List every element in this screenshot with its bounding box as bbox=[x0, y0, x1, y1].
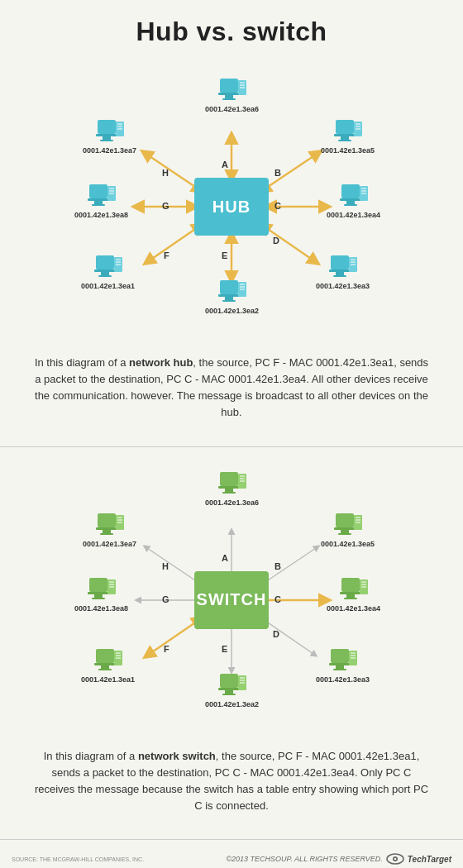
svg-rect-55 bbox=[116, 259, 121, 260]
port-label-hub-h: H bbox=[162, 168, 169, 178]
device-sw-f: 0001.42e1.3ea1 bbox=[81, 649, 135, 684]
svg-rect-66 bbox=[98, 120, 116, 134]
svg-rect-47 bbox=[240, 284, 245, 285]
svg-line-5 bbox=[263, 226, 316, 262]
svg-rect-35 bbox=[329, 269, 351, 272]
svg-rect-119 bbox=[225, 690, 233, 694]
svg-rect-140 bbox=[109, 586, 114, 588]
svg-rect-148 bbox=[117, 522, 122, 523]
svg-rect-56 bbox=[116, 261, 121, 263]
svg-rect-63 bbox=[109, 188, 114, 189]
svg-rect-20 bbox=[341, 136, 349, 140]
port-label-sw-h: H bbox=[162, 561, 169, 571]
device-hub-d: 0001.42e1.3ea3 bbox=[316, 255, 370, 290]
device-sw-g: 0001.42e1.3ea8 bbox=[74, 578, 128, 613]
port-label-hub-a: A bbox=[222, 160, 228, 169]
port-label-sw-a: A bbox=[222, 553, 228, 563]
footer-source: SOURCE: THE MCGRAW-HILL COMPANIES, INC. bbox=[12, 856, 144, 862]
svg-rect-144 bbox=[100, 533, 113, 535]
svg-rect-64 bbox=[109, 190, 114, 192]
device-hub-a: 0001.42e1.3ea6 bbox=[205, 79, 259, 113]
svg-rect-61 bbox=[92, 204, 105, 206]
svg-rect-88 bbox=[222, 492, 236, 494]
device-hub-e: 0001.42e1.3ea2 bbox=[205, 280, 259, 315]
svg-rect-139 bbox=[109, 584, 114, 585]
svg-rect-10 bbox=[220, 79, 238, 93]
svg-line-80 bbox=[263, 546, 318, 584]
device-sw-a: 0001.42e1.3ea6 bbox=[205, 472, 259, 507]
svg-rect-29 bbox=[344, 204, 357, 206]
svg-rect-94 bbox=[334, 527, 356, 530]
switch-section: SWITCH A B C D E F G H 0001.42e1.3ea6 00… bbox=[0, 455, 463, 832]
svg-rect-132 bbox=[116, 657, 121, 659]
svg-rect-41 bbox=[351, 264, 356, 265]
device-sw-c: 0001.42e1.3ea4 bbox=[327, 578, 380, 613]
switch-description: In this diagram of a network switch, the… bbox=[0, 737, 463, 823]
svg-rect-127 bbox=[101, 665, 109, 669]
svg-rect-95 bbox=[341, 530, 349, 533]
device-hub-h: 0001.42e1.3ea7 bbox=[83, 120, 136, 155]
svg-rect-36 bbox=[336, 272, 344, 275]
svg-rect-65 bbox=[109, 193, 114, 194]
svg-rect-147 bbox=[117, 519, 122, 521]
svg-rect-108 bbox=[361, 586, 366, 588]
page-title: Hub vs. switch bbox=[0, 17, 463, 47]
svg-rect-124 bbox=[240, 682, 245, 684]
page: Hub vs. switch bbox=[0, 0, 463, 868]
port-label-sw-b: B bbox=[274, 561, 281, 571]
port-label-hub-b: B bbox=[274, 168, 281, 178]
svg-rect-73 bbox=[117, 128, 122, 130]
svg-rect-120 bbox=[222, 694, 236, 695]
svg-rect-50 bbox=[96, 255, 114, 269]
hub-description: In this diagram of a network hub, the so… bbox=[0, 343, 463, 430]
footer: SOURCE: THE MCGRAW-HILL COMPANIES, INC. … bbox=[0, 848, 463, 866]
svg-rect-23 bbox=[356, 123, 360, 125]
svg-rect-102 bbox=[340, 592, 361, 594]
svg-rect-135 bbox=[94, 594, 103, 598]
port-label-hub-d: D bbox=[273, 236, 279, 246]
svg-rect-136 bbox=[92, 598, 105, 599]
svg-line-81 bbox=[263, 619, 316, 656]
svg-rect-92 bbox=[240, 480, 245, 482]
svg-rect-71 bbox=[117, 123, 122, 125]
device-hub-f: 0001.42e1.3ea1 bbox=[81, 255, 135, 290]
hub-section: HUB A B C D E F G H 0001.42e1.3ea6 0001.… bbox=[0, 62, 463, 438]
svg-rect-101 bbox=[341, 578, 360, 592]
svg-rect-53 bbox=[98, 275, 112, 277]
svg-rect-103 bbox=[346, 594, 355, 598]
hub-diagram: HUB A B C D E F G H 0001.42e1.3ea6 0001.… bbox=[0, 62, 463, 343]
svg-line-9 bbox=[145, 153, 200, 190]
svg-rect-106 bbox=[361, 581, 366, 583]
svg-line-7 bbox=[147, 226, 200, 262]
svg-rect-17 bbox=[240, 87, 245, 88]
svg-rect-69 bbox=[100, 140, 113, 141]
device-sw-d: 0001.42e1.3ea3 bbox=[316, 649, 370, 684]
svg-rect-104 bbox=[344, 598, 357, 599]
svg-rect-125 bbox=[96, 649, 114, 663]
svg-rect-27 bbox=[340, 198, 361, 201]
svg-rect-93 bbox=[336, 513, 354, 527]
svg-rect-86 bbox=[218, 486, 240, 489]
port-label-sw-d: D bbox=[273, 629, 279, 639]
svg-rect-72 bbox=[117, 126, 122, 127]
svg-rect-34 bbox=[331, 255, 349, 269]
switch-center-box: SWITCH bbox=[194, 571, 269, 629]
svg-line-84 bbox=[145, 546, 200, 584]
svg-rect-138 bbox=[109, 581, 114, 583]
svg-rect-130 bbox=[116, 652, 121, 654]
svg-rect-31 bbox=[361, 188, 366, 189]
svg-rect-25 bbox=[356, 128, 360, 130]
svg-rect-58 bbox=[89, 184, 107, 198]
port-label-hub-c: C bbox=[274, 201, 281, 211]
hub-center-box: HUB bbox=[194, 178, 269, 236]
svg-rect-128 bbox=[98, 669, 112, 670]
svg-rect-85 bbox=[220, 472, 238, 486]
svg-rect-19 bbox=[334, 134, 356, 136]
device-sw-h: 0001.42e1.3ea7 bbox=[83, 513, 136, 548]
svg-rect-116 bbox=[351, 657, 356, 659]
svg-rect-99 bbox=[356, 519, 360, 521]
port-label-sw-c: C bbox=[274, 594, 281, 604]
svg-rect-13 bbox=[222, 98, 236, 100]
section-divider bbox=[0, 446, 463, 447]
svg-rect-44 bbox=[225, 297, 233, 300]
